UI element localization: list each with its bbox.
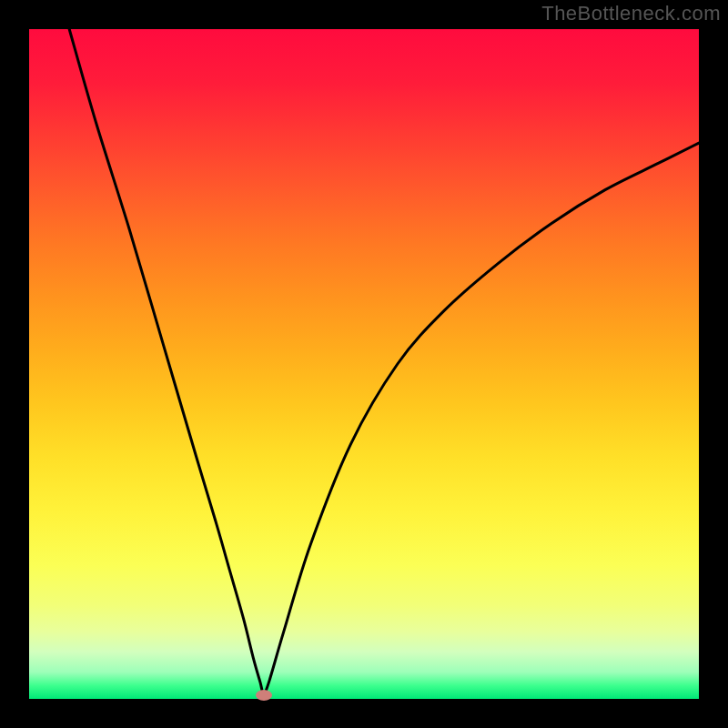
plot-area <box>29 29 699 699</box>
watermark-text: TheBottleneck.com <box>541 2 721 25</box>
chart-frame: TheBottleneck.com <box>0 0 728 728</box>
bottleneck-curve <box>29 29 699 699</box>
minimum-marker <box>256 690 272 701</box>
